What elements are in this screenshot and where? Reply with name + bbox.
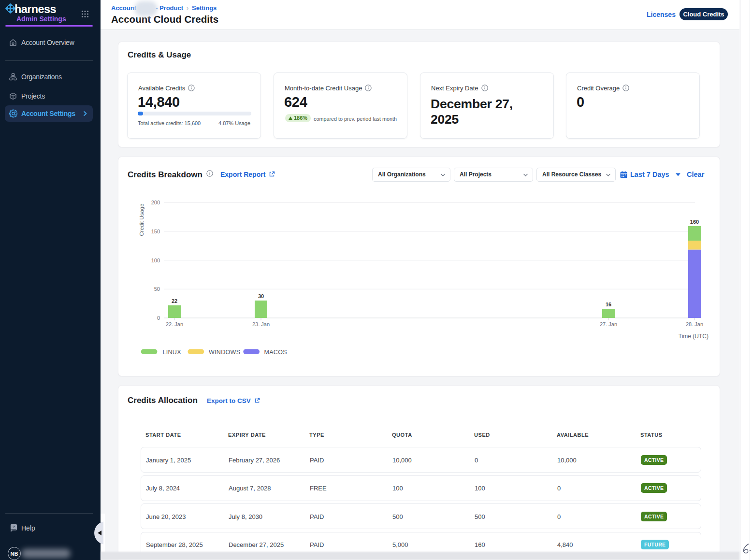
svg-text:200: 200 <box>151 200 160 205</box>
svg-text:LINUX: LINUX <box>163 349 182 356</box>
svg-text:Credit Usage: Credit Usage <box>139 203 145 236</box>
svg-text:MACOS: MACOS <box>264 349 287 356</box>
svg-text:?: ? <box>13 525 15 529</box>
svg-text:100: 100 <box>151 258 160 263</box>
svg-text:160: 160 <box>690 219 699 225</box>
svg-text:0: 0 <box>157 315 160 321</box>
svg-text:30: 30 <box>258 293 264 299</box>
svg-text:WINDOWS: WINDOWS <box>209 349 240 356</box>
svg-text:150: 150 <box>151 229 160 234</box>
svg-text:27. Jan: 27. Jan <box>600 321 617 327</box>
svg-text:22: 22 <box>172 298 177 304</box>
svg-text:23. Jan: 23. Jan <box>252 321 270 327</box>
svg-text:16: 16 <box>606 302 611 307</box>
svg-text:50: 50 <box>154 286 160 292</box>
svg-text:Time (UTC): Time (UTC) <box>679 333 709 340</box>
svg-text:22. Jan: 22. Jan <box>166 321 183 327</box>
svg-text:28. Jan: 28. Jan <box>686 321 703 327</box>
